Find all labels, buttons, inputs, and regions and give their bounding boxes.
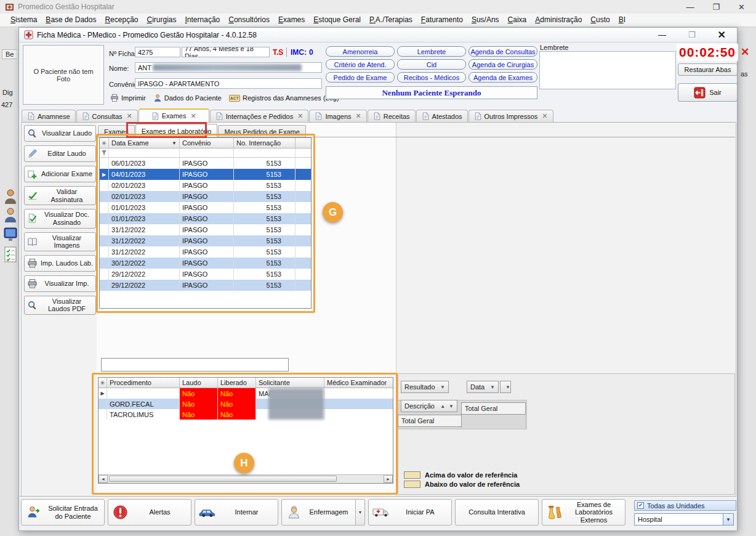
insurance-field[interactable]: IPASGO - APARTAMENTO (135, 78, 322, 89)
tab-consultas[interactable]: Consultas ✕ (76, 110, 138, 122)
result-filter-dropdown[interactable]: Resultado▼ (401, 381, 449, 393)
sidebar-button-imp-laudos-lab[interactable]: Imp. Laudos Lab. (24, 255, 96, 272)
quick-button-lembrete[interactable]: Lembrete (397, 46, 466, 57)
tab-internacoes-e-pedidos[interactable]: Internações e Pedidos ✕ (210, 110, 309, 122)
quick-button-agenda-de-cirurgias[interactable]: Agenda de Cirurgias (468, 59, 537, 70)
record-number-field[interactable]: 4275 (135, 47, 180, 57)
close-icon[interactable]: ✕ (190, 112, 196, 120)
exam-row[interactable]: 31/12/2022 IPASGO 5153 (100, 246, 311, 258)
close-icon[interactable]: ✕ (297, 112, 303, 120)
quick-button-amenorreia[interactable]: Amenorreia (326, 46, 395, 57)
exam-row[interactable]: 06/01/2023 IPASGO 5153 (100, 158, 311, 169)
all-units-bar[interactable]: ✔ Todas as Unidades (634, 500, 736, 511)
column-header-data-exame[interactable]: Data Exame▼ (109, 138, 180, 148)
date-filter-dropdown[interactable]: Data▼ (467, 381, 499, 393)
column-header-liberado[interactable]: Liberado (218, 378, 256, 388)
date-filter-extra-dropdown[interactable]: ▼ (500, 381, 511, 393)
column-header-medico-examinador[interactable]: Médico Examinador (324, 378, 393, 388)
menu-item-custo[interactable]: Custo (586, 14, 614, 26)
enfermagem-dropdown-button[interactable]: ▼ (356, 499, 365, 526)
sidebar-button-validar-assinatura[interactable]: Validar Assinatura (24, 186, 96, 205)
tab-receitas[interactable]: Receitas (368, 110, 416, 122)
menu-item-consultorios[interactable]: Consultórios (224, 14, 274, 26)
exam-row[interactable]: 29/12/2022 IPASGO 5153 (100, 280, 311, 291)
menu-item-sistema[interactable]: Sistema (6, 14, 41, 26)
menu-item-bi[interactable]: BI (614, 14, 630, 26)
close-icon[interactable]: ✕ (542, 112, 547, 120)
subtab-exames[interactable]: Exames (98, 125, 135, 137)
sidebar-button-visualizar-imagens[interactable]: Visualizar Imagens (24, 232, 96, 251)
description-sort-dropdown[interactable]: Descrição▲▼ (401, 400, 457, 412)
sidebar-button-visualizar-laudo[interactable]: Visualizar Laudo (24, 125, 96, 142)
procedure-row[interactable]: GORD.FECAL Não Não (99, 399, 393, 409)
maximize-icon[interactable]: ❐ (712, 2, 720, 12)
exit-button[interactable]: Sair (678, 83, 738, 102)
print-button[interactable]: Imprimir (110, 94, 146, 102)
footer-button-internar[interactable]: Internar (195, 499, 278, 526)
subtab-meus-pedidos-de-exame[interactable]: Meus Pedidos de Exame (218, 125, 305, 137)
menu-item-exames[interactable]: Exames (274, 14, 309, 26)
exam-row[interactable]: 31/12/2022 IPASGO 5153 (100, 224, 311, 235)
exam-row[interactable]: ▶ 04/01/2023 IPASGO 5153 (100, 169, 311, 180)
exam-row[interactable]: 01/01/2023 IPASGO 5153 (100, 213, 311, 224)
marker-column-header[interactable]: ✳ (100, 138, 109, 148)
menu-item-caixa[interactable]: Caixa (504, 14, 531, 26)
patient-data-button[interactable]: Dados do Paciente (153, 94, 222, 102)
sidebar-button-visualizar-laudos-pdf[interactable]: Visualizar Laudos PDF (24, 296, 96, 315)
unit-select[interactable]: Hospital ▼ (634, 513, 734, 526)
background-close-icon[interactable]: ✕ (741, 47, 749, 57)
close-icon[interactable]: ✕ (356, 112, 361, 120)
quick-button-criterio-de-atend[interactable]: Critério de Atend. (326, 59, 395, 70)
column-header-procedimento[interactable]: Procedimento (107, 378, 180, 388)
maximize-icon[interactable]: ❐ (688, 30, 696, 39)
restore-tabs-button[interactable]: Restaurar Abas (678, 63, 738, 76)
tab-anamnese[interactable]: Anamnese (22, 110, 76, 122)
horizontal-scrollbar[interactable]: ◄ ► (99, 474, 393, 483)
scrollbar-track[interactable] (108, 475, 384, 483)
filter-row[interactable] (100, 148, 311, 158)
footer-button-alertas[interactable]: Alertas (108, 499, 191, 526)
procedure-row[interactable]: ▶ Não Não MAI (99, 388, 393, 399)
close-icon[interactable]: ✕ (718, 29, 726, 41)
subtab-exames-de-laboratorio[interactable]: Exames de Laboratório (135, 124, 218, 137)
exam-row[interactable]: 01/01/2023 IPASGO 5153 (100, 202, 311, 213)
column-header-solicitante[interactable]: Solicitante (256, 378, 324, 388)
quick-button-agenda-de-exames[interactable]: Agenda de Exames (468, 72, 537, 83)
menu-item-internacao[interactable]: Internação (181, 14, 225, 26)
footer-button-consulta-interativa[interactable]: Consulta Interativa (455, 499, 539, 526)
all-units-checkbox[interactable]: ✔ (637, 502, 644, 509)
sidebar-button-visualizar-imp[interactable]: Visualizar Imp. (24, 275, 96, 292)
menu-item-estoque-geral[interactable]: Estoque Geral (309, 14, 365, 26)
tab-imagens[interactable]: Imagens ✕ (309, 110, 366, 122)
footer-button-solicitar-entrada-do-paciente[interactable]: Solicitar Entrada do Paciente (21, 499, 105, 526)
tab-exames[interactable]: Exames ✕ (139, 108, 209, 122)
exam-row[interactable]: 30/12/2022 IPASGO 5153 (100, 258, 311, 269)
exam-row[interactable]: 31/12/2022 IPASGO 5153 (100, 235, 311, 246)
minimize-icon[interactable]: — (686, 2, 694, 12)
menu-item-administracao[interactable]: Administração (531, 14, 586, 26)
footer-button-exames-de-laboratorios-externos[interactable]: Exames de Laboratórios Externos (542, 499, 625, 526)
close-icon[interactable]: ✕ (127, 112, 132, 120)
exam-row[interactable]: 02/01/2023 IPASGO 5153 (100, 180, 311, 191)
column-header-convenio[interactable]: Convênio (180, 138, 234, 148)
menu-item-faturamento[interactable]: Faturamento (417, 14, 467, 26)
quick-button-agenda-de-consultas[interactable]: Agenda de Consultas (468, 46, 537, 57)
column-header-no-internacao[interactable]: No. Internação (234, 138, 296, 148)
sidebar-button-adicionar-exame[interactable]: Adicionar Exame (24, 166, 96, 182)
empty-field[interactable] (101, 358, 289, 372)
patient-name-field[interactable]: ANT (135, 62, 322, 73)
menu-item-sus-ans[interactable]: Sus/Ans (467, 14, 504, 26)
column-header-laudo[interactable]: Laudo (180, 378, 218, 388)
scroll-left-icon[interactable]: ◄ (99, 475, 108, 483)
quick-button-recibos-medicos[interactable]: Recibos - Médicos (397, 72, 466, 83)
anamnesis-log-button[interactable]: ACTRegistros das Anamneses (Log) (229, 94, 339, 102)
sidebar-button-editar-laudo[interactable]: Editar Laudo (24, 145, 96, 162)
exam-row[interactable]: 29/12/2022 IPASGO 5153 (100, 269, 311, 280)
quick-button-pedido-de-exame[interactable]: Pedido de Exame (326, 72, 395, 83)
footer-button-enfermagem[interactable]: Enfermagem (281, 499, 356, 526)
menu-item-cirurgias[interactable]: Cirurgias (142, 14, 180, 26)
close-icon[interactable]: ✕ (738, 2, 745, 12)
sidebar-button-visualizar-doc-assinado[interactable]: Visualizar Doc. Assinado (24, 209, 96, 228)
footer-button-iniciar-pa[interactable]: Iniciar PA (368, 499, 452, 526)
procedure-row[interactable]: TACROLIMUS Não Não (99, 409, 393, 420)
